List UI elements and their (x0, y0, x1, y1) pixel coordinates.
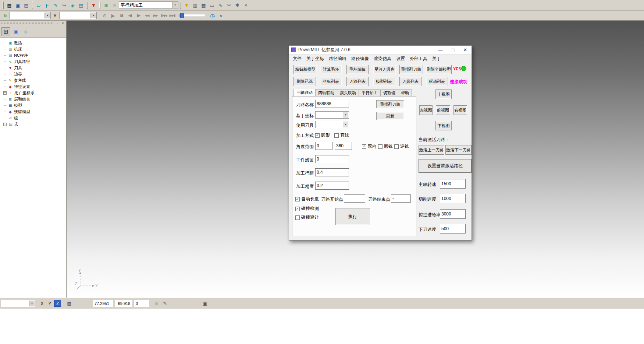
stepover-input[interactable] (315, 168, 349, 176)
toolpath-name-input[interactable] (315, 100, 349, 108)
menu-settings[interactable]: 设置 (396, 56, 405, 62)
conventional-mill-checkbox[interactable]: 逆铣 (394, 143, 409, 150)
go-to-end-button[interactable]: ▶▶▮ (168, 12, 176, 20)
bidirectional-checkbox[interactable]: ✓ 双向 (362, 143, 377, 150)
plunge-speed-input[interactable] (440, 224, 466, 234)
z-axis-toggle[interactable]: Z (54, 300, 61, 307)
gem-icon[interactable]: ◆ (21, 27, 30, 36)
coord-x-input[interactable] (93, 300, 113, 307)
refresh-button[interactable]: 刷新 (376, 112, 404, 120)
print-icon[interactable]: ▤ (22, 1, 30, 9)
chevron-down-icon[interactable]: ▼ (343, 122, 348, 127)
coord-y-input[interactable] (115, 300, 132, 307)
tolerance-input[interactable] (315, 182, 349, 190)
auto-length-checkbox[interactable]: ✓ 自动长度 (295, 196, 319, 202)
paste-new-model-button[interactable]: 粘贴新模型 (293, 65, 317, 74)
rewind-button[interactable]: ◀◀ (143, 12, 151, 20)
tree-item-machine[interactable]: ▦ 机床 (1, 46, 66, 52)
angle-from-input[interactable] (315, 142, 332, 150)
tab-saw[interactable]: 切割锯 (380, 89, 398, 96)
panel-float-button[interactable]: ▫ (55, 21, 60, 25)
tab-4axis[interactable]: 四轴联动 (315, 89, 337, 96)
top-view-button[interactable]: 上视图 (435, 89, 452, 99)
tree-expand-icon[interactable]: + (3, 123, 7, 126)
toolpath-list-button[interactable]: 刀路列表 (346, 77, 369, 86)
chevron-down-icon[interactable]: ▼ (343, 112, 348, 118)
execute-button[interactable]: 执行 (335, 208, 370, 225)
activate-next-toolpath-button[interactable]: 激活下一刀路 (445, 145, 472, 155)
tool-list-button[interactable]: 刀具列表 (399, 77, 421, 86)
stock-edit-button[interactable]: 毛坯编辑 (346, 65, 369, 74)
tree-expand-icon[interactable]: + (3, 91, 7, 95)
menu-file[interactable]: 文件 (293, 56, 302, 62)
left-view-button[interactable]: 左视图 (419, 105, 433, 115)
clock-icon[interactable]: ◷ (209, 12, 216, 20)
save-icon[interactable]: ▣ (14, 1, 22, 9)
coord-z-input[interactable] (134, 300, 149, 307)
activate-prev-toolpath-button[interactable]: 激活上一刀路 (419, 145, 444, 155)
tree-item-models[interactable]: ▦ 模型 (1, 102, 66, 109)
grid-icon[interactable]: ▦ (65, 299, 73, 307)
collision-icon[interactable]: ◈ (69, 1, 77, 9)
collision-avoid-checkbox[interactable]: 碰撞避让 (295, 214, 319, 221)
tree-item-activate[interactable]: ▣ 激活 (1, 40, 66, 46)
calc-stock-button[interactable]: 计算毛坯 (320, 65, 342, 74)
block-icon[interactable]: ▱ (35, 1, 43, 9)
measure-icon[interactable]: ▭ (208, 1, 216, 9)
tree-item-stock-models[interactable]: ◆ 残留模型 (1, 109, 66, 115)
angle-to-input[interactable] (335, 142, 352, 150)
collision-check-checkbox[interactable]: ✓ 碰撞检测 (295, 206, 319, 212)
circle-checkbox[interactable]: ✓ 圆形 (315, 132, 330, 138)
pages-icon[interactable]: ▣ (201, 299, 209, 307)
clipping-icon[interactable]: ✂ (225, 1, 233, 9)
based-coord-select[interactable]: ▼ (315, 111, 349, 119)
sim-tool-icon[interactable]: ▼ (51, 12, 59, 20)
tree-item-levels[interactable]: ≣ 层和组合 (1, 96, 66, 102)
drive-list-button[interactable]: 驱动列表 (426, 77, 448, 86)
maximize-button[interactable]: ▢ (446, 46, 459, 54)
chevron-down-icon[interactable]: ▼ (29, 301, 35, 306)
tab-swivel-head[interactable]: 摆头联动 (337, 89, 359, 96)
strategy-list-icon[interactable]: ≣ (111, 1, 118, 9)
tree-item-tools[interactable]: ▼ 刀具 (1, 65, 66, 71)
leads-links-icon[interactable]: ↪ (60, 1, 68, 9)
menu-external-tools[interactable]: 外部工具 (410, 56, 427, 62)
tab-parallel[interactable]: 平行加工 (359, 89, 381, 96)
step-back-button[interactable]: ◀▮ (126, 12, 134, 20)
front-view-button[interactable]: 前视图 (436, 105, 450, 115)
slider-handle[interactable] (180, 13, 184, 18)
menu-path-mirror[interactable]: 路径镜像 (351, 56, 369, 62)
delete-selected-button[interactable]: 删除已选 (293, 77, 316, 86)
sim-toolpath-combo[interactable]: ▼ (10, 12, 51, 19)
fast-forward-button[interactable]: ▶▶ (152, 12, 159, 20)
chevron-down-icon[interactable]: ▼ (45, 13, 50, 18)
sim-tool-combo[interactable]: ▼ (59, 12, 97, 19)
dialog-titlebar[interactable]: PowerMILL 忆梦星河 7.0.6 — ▢ ✕ (289, 46, 472, 55)
globe-icon[interactable]: ◉ (11, 27, 20, 36)
chevron-down-icon[interactable]: ▼ (90, 13, 96, 18)
sim-toolbar-close-button[interactable]: × (217, 12, 225, 20)
list-icon[interactable]: ≣ (153, 299, 160, 307)
menu-about[interactable]: 关于 (432, 56, 441, 62)
pen-icon[interactable]: ✎ (161, 299, 169, 307)
rearrange-button[interactable]: 重排列刀路 (376, 100, 404, 108)
main-toolbar-close-button[interactable]: × (242, 1, 250, 9)
cutting-speed-input[interactable] (440, 194, 466, 203)
active-tool-icon[interactable]: ▼ (183, 1, 191, 9)
tree-item-macros[interactable]: + ▤ 宏 (1, 121, 66, 127)
machine-sim-icon[interactable]: ▥ (191, 1, 199, 9)
tab-3axis[interactable]: 三轴联动 (293, 89, 316, 96)
line-checkbox[interactable]: 直线 (334, 132, 349, 138)
calculator-icon[interactable]: ▦ (200, 1, 207, 9)
tool-library-button[interactable]: 星河刀具库 (373, 65, 396, 74)
end-point-input[interactable] (391, 194, 411, 203)
ncprogram-icon[interactable]: ▤ (77, 1, 85, 9)
minimize-button[interactable]: — (434, 46, 446, 54)
use-tool-select[interactable]: ▼ (315, 121, 349, 128)
tool-icon[interactable]: ▼ (90, 1, 97, 9)
x-axis-toggle[interactable]: X (39, 300, 46, 307)
toolpath-edit-icon[interactable]: ✎ (52, 1, 60, 9)
levels-icon[interactable]: ≋ (102, 1, 110, 9)
start-point-input[interactable] (344, 194, 365, 203)
panel-close-button[interactable]: × (61, 21, 65, 25)
